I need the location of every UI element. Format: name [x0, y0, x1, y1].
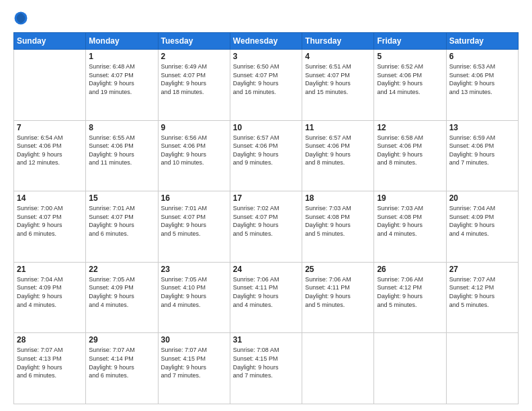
calendar-cell: 18Sunrise: 7:03 AMSunset: 4:08 PMDayligh…	[302, 191, 374, 263]
day-info: Sunrise: 6:58 AMSunset: 4:06 PMDaylight:…	[377, 134, 443, 167]
calendar-cell: 7Sunrise: 6:54 AMSunset: 4:06 PMDaylight…	[14, 120, 86, 191]
day-number: 29	[89, 335, 154, 345]
calendar-cell: 10Sunrise: 6:57 AMSunset: 4:06 PMDayligh…	[230, 120, 302, 191]
day-info: Sunrise: 7:00 AMSunset: 4:07 PMDaylight:…	[17, 204, 83, 238]
day-number: 28	[17, 335, 83, 345]
day-number: 6	[449, 52, 515, 61]
day-info: Sunrise: 6:48 AMSunset: 4:07 PMDaylight:…	[89, 62, 154, 96]
day-info: Sunrise: 7:05 AMSunset: 4:10 PMDaylight:…	[161, 275, 227, 309]
calendar-cell: 12Sunrise: 6:58 AMSunset: 4:06 PMDayligh…	[374, 120, 446, 191]
day-number: 22	[89, 265, 154, 274]
calendar-weekday-thursday: Thursday	[302, 33, 374, 50]
calendar-header-row: SundayMondayTuesdayWednesdayThursdayFrid…	[14, 33, 519, 50]
day-number: 9	[161, 123, 227, 132]
calendar-week-row: 21Sunrise: 7:04 AMSunset: 4:09 PMDayligh…	[14, 262, 519, 333]
day-number: 17	[233, 193, 299, 203]
day-number: 31	[233, 335, 299, 345]
day-info: Sunrise: 7:06 AMSunset: 4:12 PMDaylight:…	[377, 275, 443, 309]
calendar-cell: 21Sunrise: 7:04 AMSunset: 4:09 PMDayligh…	[14, 262, 86, 333]
day-info: Sunrise: 7:03 AMSunset: 4:08 PMDaylight:…	[305, 204, 371, 238]
calendar-cell: 13Sunrise: 6:59 AMSunset: 4:06 PMDayligh…	[446, 120, 518, 191]
day-number: 25	[305, 265, 371, 274]
calendar-week-row: 7Sunrise: 6:54 AMSunset: 4:06 PMDaylight…	[14, 120, 519, 191]
calendar-cell	[302, 333, 374, 404]
calendar-cell: 1Sunrise: 6:48 AMSunset: 4:07 PMDaylight…	[86, 50, 158, 121]
calendar-cell: 25Sunrise: 7:06 AMSunset: 4:11 PMDayligh…	[302, 262, 374, 333]
day-number: 3	[233, 52, 299, 61]
header	[13, 11, 519, 26]
day-number: 10	[233, 123, 299, 132]
day-info: Sunrise: 7:04 AMSunset: 4:09 PMDaylight:…	[17, 275, 83, 309]
day-number: 15	[89, 193, 154, 203]
calendar-cell: 17Sunrise: 7:02 AMSunset: 4:07 PMDayligh…	[230, 191, 302, 263]
day-number: 1	[89, 52, 154, 61]
day-info: Sunrise: 7:07 AMSunset: 4:14 PMDaylight:…	[89, 346, 154, 379]
calendar-cell: 24Sunrise: 7:06 AMSunset: 4:11 PMDayligh…	[230, 262, 302, 333]
day-info: Sunrise: 6:49 AMSunset: 4:07 PMDaylight:…	[161, 62, 227, 96]
calendar-weekday-wednesday: Wednesday	[230, 33, 302, 50]
day-number: 16	[161, 193, 227, 203]
day-info: Sunrise: 6:53 AMSunset: 4:06 PMDaylight:…	[449, 62, 515, 96]
day-number: 20	[449, 193, 515, 203]
calendar-cell: 16Sunrise: 7:01 AMSunset: 4:07 PMDayligh…	[158, 191, 230, 263]
calendar-cell: 14Sunrise: 7:00 AMSunset: 4:07 PMDayligh…	[14, 191, 86, 263]
day-number: 14	[17, 193, 83, 203]
calendar-weekday-saturday: Saturday	[446, 33, 518, 50]
calendar-cell: 19Sunrise: 7:03 AMSunset: 4:08 PMDayligh…	[374, 191, 446, 263]
day-number: 11	[305, 123, 371, 132]
day-number: 21	[17, 265, 83, 274]
calendar-cell	[446, 333, 518, 404]
day-info: Sunrise: 7:07 AMSunset: 4:13 PMDaylight:…	[17, 346, 83, 379]
day-info: Sunrise: 7:07 AMSunset: 4:15 PMDaylight:…	[161, 346, 227, 379]
calendar-page: SundayMondayTuesdayWednesdayThursdayFrid…	[0, 0, 532, 411]
day-number: 23	[161, 265, 227, 274]
calendar-cell: 9Sunrise: 6:56 AMSunset: 4:06 PMDaylight…	[158, 120, 230, 191]
day-info: Sunrise: 7:02 AMSunset: 4:07 PMDaylight:…	[233, 204, 299, 238]
day-info: Sunrise: 6:54 AMSunset: 4:06 PMDaylight:…	[17, 134, 83, 167]
day-info: Sunrise: 7:06 AMSunset: 4:11 PMDaylight:…	[233, 275, 299, 309]
calendar-cell: 30Sunrise: 7:07 AMSunset: 4:15 PMDayligh…	[158, 333, 230, 404]
day-number: 12	[377, 123, 443, 132]
calendar-cell: 23Sunrise: 7:05 AMSunset: 4:10 PMDayligh…	[158, 262, 230, 333]
calendar-weekday-friday: Friday	[374, 33, 446, 50]
calendar-weekday-sunday: Sunday	[14, 33, 86, 50]
day-number: 30	[161, 335, 227, 345]
calendar-cell: 26Sunrise: 7:06 AMSunset: 4:12 PMDayligh…	[374, 262, 446, 333]
calendar-cell: 6Sunrise: 6:53 AMSunset: 4:06 PMDaylight…	[446, 50, 518, 121]
day-info: Sunrise: 6:51 AMSunset: 4:07 PMDaylight:…	[305, 62, 371, 96]
day-info: Sunrise: 7:01 AMSunset: 4:07 PMDaylight:…	[89, 204, 154, 238]
calendar-table: SundayMondayTuesdayWednesdayThursdayFrid…	[13, 32, 519, 404]
day-number: 27	[449, 265, 515, 274]
calendar-weekday-tuesday: Tuesday	[158, 33, 230, 50]
logo-icon	[13, 11, 28, 26]
calendar-cell: 2Sunrise: 6:49 AMSunset: 4:07 PMDaylight…	[158, 50, 230, 121]
day-info: Sunrise: 7:08 AMSunset: 4:15 PMDaylight:…	[233, 346, 299, 379]
day-info: Sunrise: 7:06 AMSunset: 4:11 PMDaylight:…	[305, 275, 371, 309]
calendar-cell: 4Sunrise: 6:51 AMSunset: 4:07 PMDaylight…	[302, 50, 374, 121]
day-number: 18	[305, 193, 371, 203]
calendar-cell: 8Sunrise: 6:55 AMSunset: 4:06 PMDaylight…	[86, 120, 158, 191]
day-info: Sunrise: 6:55 AMSunset: 4:06 PMDaylight:…	[89, 134, 154, 167]
calendar-cell: 20Sunrise: 7:04 AMSunset: 4:09 PMDayligh…	[446, 191, 518, 263]
day-number: 2	[161, 52, 227, 61]
calendar-cell	[374, 333, 446, 404]
day-info: Sunrise: 7:05 AMSunset: 4:09 PMDaylight:…	[89, 275, 154, 309]
day-number: 4	[305, 52, 371, 61]
day-number: 5	[377, 52, 443, 61]
calendar-cell: 29Sunrise: 7:07 AMSunset: 4:14 PMDayligh…	[86, 333, 158, 404]
calendar-week-row: 1Sunrise: 6:48 AMSunset: 4:07 PMDaylight…	[14, 50, 519, 121]
day-info: Sunrise: 6:50 AMSunset: 4:07 PMDaylight:…	[233, 62, 299, 96]
day-number: 8	[89, 123, 154, 132]
day-info: Sunrise: 7:07 AMSunset: 4:12 PMDaylight:…	[449, 275, 515, 309]
calendar-cell: 27Sunrise: 7:07 AMSunset: 4:12 PMDayligh…	[446, 262, 518, 333]
calendar-cell: 22Sunrise: 7:05 AMSunset: 4:09 PMDayligh…	[86, 262, 158, 333]
calendar-cell: 28Sunrise: 7:07 AMSunset: 4:13 PMDayligh…	[14, 333, 86, 404]
day-info: Sunrise: 6:56 AMSunset: 4:06 PMDaylight:…	[161, 134, 227, 167]
day-info: Sunrise: 7:03 AMSunset: 4:08 PMDaylight:…	[377, 204, 443, 238]
day-number: 26	[377, 265, 443, 274]
day-number: 7	[17, 123, 83, 132]
calendar-cell: 31Sunrise: 7:08 AMSunset: 4:15 PMDayligh…	[230, 333, 302, 404]
day-number: 13	[449, 123, 515, 132]
day-info: Sunrise: 6:59 AMSunset: 4:06 PMDaylight:…	[449, 134, 515, 167]
calendar-weekday-monday: Monday	[86, 33, 158, 50]
